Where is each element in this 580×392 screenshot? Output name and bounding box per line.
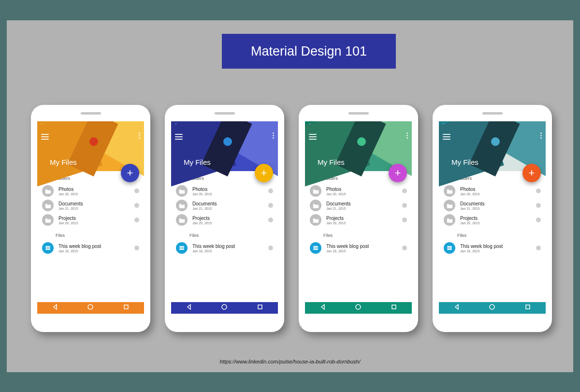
info-icon[interactable]	[268, 189, 273, 193]
android-navbar	[37, 302, 144, 314]
item-name: Documents	[326, 201, 402, 206]
phone-screen: 10:51 My Files + Folders Photos Jan 20, …	[439, 121, 546, 314]
item-name: Projects	[192, 216, 268, 221]
phone-screen: 10:51 My Files + Folders Photos Jan 20, …	[305, 121, 412, 314]
folder-icon	[176, 200, 188, 211]
item-name: This week blog post	[326, 244, 402, 249]
more-icon[interactable]	[139, 132, 140, 139]
recents-icon[interactable]	[524, 304, 531, 312]
phone-speaker	[482, 112, 503, 115]
menu-icon[interactable]	[41, 132, 49, 141]
phone-speaker	[348, 112, 369, 115]
item-name: Documents	[58, 201, 134, 206]
home-icon[interactable]	[355, 304, 362, 312]
list-item[interactable]: Documents Jan 21, 2015	[439, 198, 546, 213]
phone-mockup: 10:51 My Files + Folders Photos Jan 20, …	[165, 105, 284, 332]
item-date: Jan 18, 2015	[58, 249, 134, 253]
recents-icon[interactable]	[257, 304, 263, 312]
menu-icon[interactable]	[175, 132, 183, 141]
list-item[interactable]: Projects Jan 29, 2015	[37, 213, 144, 227]
fab-add-button[interactable]: +	[121, 164, 139, 182]
android-navbar	[171, 302, 278, 314]
app-title: My Files	[451, 158, 478, 166]
svg-point-16	[356, 305, 361, 309]
item-date: Jan 29, 2015	[58, 221, 134, 225]
home-icon[interactable]	[489, 304, 495, 312]
list-item[interactable]: Photos Jan 20, 2015	[37, 184, 144, 198]
menu-icon[interactable]	[443, 132, 450, 141]
folder-icon	[42, 214, 54, 226]
back-icon[interactable]	[186, 304, 192, 312]
item-name: This week blog post	[460, 244, 536, 249]
android-navbar	[439, 302, 546, 314]
menu-icon[interactable]	[309, 132, 317, 141]
list-item[interactable]: Projects Jan 29, 2015	[439, 213, 546, 227]
item-date: Jan 18, 2015	[326, 249, 402, 253]
app-title: My Files	[318, 158, 345, 166]
slide-canvas: Material Design 101	[7, 20, 573, 372]
item-date: Jan 29, 2015	[460, 221, 536, 225]
more-icon[interactable]	[540, 132, 542, 139]
info-icon[interactable]	[134, 203, 139, 208]
home-icon[interactable]	[87, 304, 94, 312]
item-date: Jan 18, 2015	[460, 249, 536, 253]
recents-icon[interactable]	[391, 304, 397, 312]
fab-add-button[interactable]: +	[389, 164, 407, 182]
info-icon[interactable]	[268, 218, 273, 222]
app-title: My Files	[184, 158, 211, 166]
more-icon[interactable]	[273, 132, 274, 139]
folder-icon	[310, 185, 321, 197]
list-item[interactable]: Projects Jan 29, 2015	[171, 213, 278, 227]
list-item[interactable]: Documents Jan 21, 2015	[37, 198, 144, 213]
info-icon[interactable]	[402, 203, 407, 208]
item-date: Jan 20, 2015	[58, 192, 134, 196]
more-icon[interactable]	[406, 132, 408, 139]
list-item[interactable]: Photos Jan 20, 2015	[439, 184, 546, 198]
file-icon	[444, 242, 455, 254]
info-icon[interactable]	[536, 203, 541, 208]
back-icon[interactable]	[453, 304, 460, 312]
item-name: Documents	[192, 201, 268, 206]
info-icon[interactable]	[536, 246, 541, 250]
phone-screen: 10:51 My Files + Folders Photos Jan 20, …	[37, 121, 144, 314]
info-icon[interactable]	[402, 246, 407, 250]
info-icon[interactable]	[402, 189, 407, 193]
fab-add-button[interactable]: +	[255, 164, 273, 182]
info-icon[interactable]	[134, 246, 139, 250]
item-date: Jan 21, 2015	[460, 207, 536, 210]
info-icon[interactable]	[536, 218, 541, 222]
list-item[interactable]: Documents Jan 21, 2015	[171, 198, 278, 213]
back-icon[interactable]	[52, 304, 58, 312]
item-date: Jan 21, 2015	[58, 207, 134, 210]
home-icon[interactable]	[221, 304, 228, 312]
list-item[interactable]: Photos Jan 20, 2015	[171, 184, 278, 198]
list-item[interactable]: Photos Jan 20, 2015	[305, 184, 412, 198]
item-name: This week blog post	[58, 244, 134, 249]
back-icon[interactable]	[319, 304, 326, 312]
recents-icon[interactable]	[123, 304, 130, 312]
citation: https://www.linkedin.com/pulse/house-ia-…	[219, 359, 360, 364]
list-item[interactable]: Documents Jan 21, 2015	[305, 198, 412, 213]
folder-icon	[176, 214, 188, 226]
folder-icon	[42, 200, 54, 211]
phone-row: 10:51 My Files + Folders Photos Jan 20, …	[31, 105, 552, 332]
list-item[interactable]: This week blog post Jan 18, 2015	[37, 241, 144, 255]
file-icon	[176, 242, 188, 254]
list-item[interactable]: Projects Jan 29, 2015	[305, 213, 412, 227]
section-files: Files	[171, 228, 278, 241]
info-icon[interactable]	[134, 189, 139, 193]
info-icon[interactable]	[268, 246, 273, 250]
list-item[interactable]: This week blog post Jan 18, 2015	[305, 241, 412, 255]
phone-mockup: 10:51 My Files + Folders Photos Jan 20, …	[299, 105, 418, 332]
accent-dot	[223, 137, 232, 146]
info-icon[interactable]	[268, 203, 273, 208]
info-icon[interactable]	[536, 189, 541, 193]
list-item[interactable]: This week blog post Jan 18, 2015	[439, 241, 546, 255]
fab-add-button[interactable]: +	[522, 164, 541, 182]
list-item[interactable]: This week blog post Jan 18, 2015	[171, 241, 278, 255]
info-icon[interactable]	[402, 218, 407, 222]
info-icon[interactable]	[134, 218, 139, 222]
phone-mockup: 10:51 My Files + Folders Photos Jan 20, …	[433, 105, 552, 332]
item-name: Projects	[460, 216, 536, 221]
item-name: Projects	[326, 216, 402, 221]
